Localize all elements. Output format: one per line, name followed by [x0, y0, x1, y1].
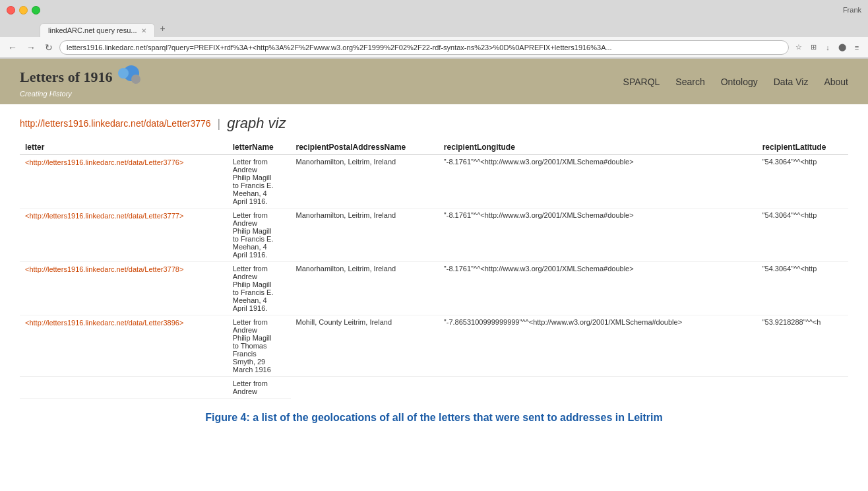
letter-link[interactable]: <http://letters1916.linkedarc.net/data/L…	[25, 212, 183, 220]
graph-viz-link[interactable]: graph viz	[227, 115, 286, 132]
back-button[interactable]: ←	[5, 41, 20, 54]
maximize-button[interactable]	[32, 6, 40, 15]
query-url[interactable]: http://letters1916.linkedarc.net/data/Le…	[20, 118, 211, 129]
browser-chrome: Frank linkedARC.net query resu... ✕ + ← …	[0, 0, 868, 59]
col-letter-name: letterName	[228, 140, 291, 155]
cell-latitude: "54.3064"^^<http	[757, 155, 848, 209]
cell-address: Manorhamilton, Leitrim, Ireland	[291, 209, 439, 262]
minimize-button[interactable]	[19, 6, 28, 15]
cell-longitude: "-8.1761"^^<http://www.w3.org/2001/XMLSc…	[439, 155, 744, 209]
bookmark-icon[interactable]: ☆	[793, 42, 805, 53]
chrome-icon[interactable]: ⬤	[836, 42, 848, 53]
new-tab-button[interactable]: +	[155, 23, 171, 34]
nav-dataviz[interactable]: Data Viz	[774, 77, 809, 87]
col-address: recipientPostalAddressName	[291, 140, 439, 155]
browser-tab[interactable]: linkedARC.net query resu... ✕	[40, 23, 155, 37]
site-header: Letters of 1916 Creating History SPARQL …	[0, 59, 868, 104]
nav-about[interactable]: About	[824, 77, 848, 87]
table-row: <http://letters1916.linkedarc.net/data/L…	[20, 315, 848, 377]
cell-address: Manorhamilton, Leitrim, Ireland	[291, 262, 439, 315]
table-header: letter letterName recipientPostalAddress…	[20, 140, 848, 155]
cell-longitude: "-7.8653100999999999"^^<http://www.w3.or…	[439, 315, 744, 377]
tab-bar: linkedARC.net query resu... ✕ +	[0, 20, 868, 37]
letter-link[interactable]: <http://letters1916.linkedarc.net/data/L…	[25, 265, 183, 273]
address-bar: ← → ↻ ☆ ⊞ ↓ ⬤ ≡	[0, 37, 868, 58]
tab-title: linkedARC.net query resu...	[48, 26, 137, 34]
cell-letter[interactable]: <http://letters1916.linkedarc.net/data/L…	[20, 262, 228, 315]
cell-letter-name: Letter from Andrew Philip Magill to Thom…	[228, 315, 291, 377]
letter-link[interactable]: <http://letters1916.linkedarc.net/data/L…	[25, 319, 183, 327]
cell-letter-name: Letter from Andrew Philip Magill to Fran…	[228, 209, 291, 262]
forward-button[interactable]: →	[24, 41, 38, 54]
browser-icons: ☆ ⊞ ↓ ⬤ ≡	[793, 42, 863, 53]
table-row-partial: Letter from Andrew	[20, 377, 848, 399]
cell-longitude: "-8.1761"^^<http://www.w3.org/2001/XMLSc…	[439, 209, 744, 262]
close-button[interactable]	[7, 6, 15, 15]
site-logo: Letters of 1916 Creating History	[20, 65, 144, 98]
cell-empty	[744, 315, 757, 377]
cell-letter-partial	[20, 377, 228, 399]
logo-icon	[118, 65, 144, 88]
extensions-icon[interactable]: ⊞	[807, 42, 819, 53]
figure-caption: Figure 4: a list of the geolocations of …	[20, 412, 848, 424]
cell-name-partial: Letter from Andrew	[228, 377, 291, 399]
query-header: http://letters1916.linkedarc.net/data/Le…	[20, 115, 848, 132]
address-input[interactable]	[59, 40, 789, 55]
tab-close-icon[interactable]: ✕	[141, 27, 146, 34]
cell-letter[interactable]: <http://letters1916.linkedarc.net/data/L…	[20, 315, 228, 377]
cell-letter[interactable]: <http://letters1916.linkedarc.net/data/L…	[20, 155, 228, 209]
table-row: <http://letters1916.linkedarc.net/data/L…	[20, 262, 848, 315]
download-icon[interactable]: ↓	[822, 42, 834, 53]
cell-latitude: "53.9218288"^^<h	[757, 315, 848, 377]
nav-search[interactable]: Search	[675, 77, 704, 87]
refresh-button[interactable]: ↻	[42, 41, 55, 54]
col-latitude: recipientLatitude	[757, 140, 848, 155]
main-content: http://letters1916.linkedarc.net/data/Le…	[0, 104, 868, 434]
nav-sparql[interactable]: SPARQL	[623, 77, 660, 87]
table-row: <http://letters1916.linkedarc.net/data/L…	[20, 155, 848, 209]
col-letter: letter	[20, 140, 228, 155]
cell-empty	[744, 155, 757, 209]
bubble-gray	[131, 75, 140, 84]
tagline: Creating History	[20, 90, 144, 98]
cell-longitude: "-8.1761"^^<http://www.w3.org/2001/XMLSc…	[439, 262, 744, 315]
results-table: letter letterName recipientPostalAddress…	[20, 140, 848, 399]
table-row: <http://letters1916.linkedarc.net/data/L…	[20, 209, 848, 262]
header-row: letter letterName recipientPostalAddress…	[20, 140, 848, 155]
separator: |	[218, 117, 221, 131]
cell-letter-name: Letter from Andrew Philip Magill to Fran…	[228, 262, 291, 315]
traffic-lights	[7, 6, 40, 15]
logo-text: Letters of 1916	[20, 69, 113, 86]
cell-address: Manorhamilton, Leitrim, Ireland	[291, 155, 439, 209]
settings-icon[interactable]: ≡	[851, 42, 863, 53]
cell-address: Mohill, County Leitrim, Ireland	[291, 315, 439, 377]
cell-latitude: "54.3064"^^<http	[757, 262, 848, 315]
cell-letter-name: Letter from Andrew Philip Magill to Fran…	[228, 155, 291, 209]
user-label: Frank	[843, 6, 861, 14]
nav-ontology[interactable]: Ontology	[721, 77, 758, 87]
col-longitude: recipientLongitude	[439, 140, 744, 155]
cell-empty	[744, 262, 757, 315]
cell-letter[interactable]: <http://letters1916.linkedarc.net/data/L…	[20, 209, 228, 262]
table-body: <http://letters1916.linkedarc.net/data/L…	[20, 155, 848, 399]
cell-empty	[744, 209, 757, 262]
cell-latitude: "54.3064"^^<http	[757, 209, 848, 262]
col-empty	[744, 140, 757, 155]
title-bar: Frank	[0, 0, 868, 20]
letter-link[interactable]: <http://letters1916.linkedarc.net/data/L…	[25, 158, 183, 166]
bubble-small	[118, 68, 129, 79]
site-nav: SPARQL Search Ontology Data Viz About	[623, 77, 848, 87]
